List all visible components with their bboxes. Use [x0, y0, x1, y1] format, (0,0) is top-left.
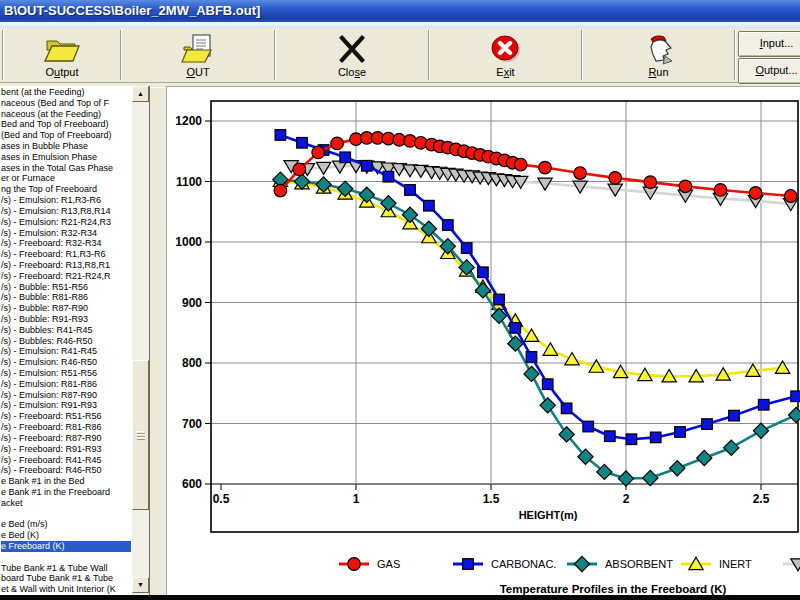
list-item[interactable]: /s) - Emulsion: R87-R90: [1, 390, 131, 401]
svg-text:800: 800: [182, 356, 202, 370]
toolbar-separator: [581, 30, 583, 80]
title-bar: B\OUT-SUCCESS\Boiler_2MW_ABFB.out]: [0, 0, 800, 22]
list-item[interactable]: /s) - Freeboard: R91-R93: [1, 444, 131, 455]
list-item[interactable]: Tube Bank #1 & Tube Wall: [1, 563, 131, 574]
svg-text:2: 2: [623, 492, 630, 506]
list-item[interactable]: /s) - Bubble: R91-R93: [1, 314, 131, 325]
scroll-up-button[interactable]: ▲: [132, 86, 149, 102]
window-title: B\OUT-SUCCESS\Boiler_2MW_ABFB.out]: [4, 3, 260, 18]
toolbar: OutputOUTCloseExitRun: [0, 28, 800, 82]
scrollbar-thumb[interactable]: [132, 360, 149, 510]
toolbar-button-out[interactable]: OUT: [124, 30, 272, 80]
list-item[interactable]: /s) - Emulsion: R1,R3-R6: [1, 195, 131, 206]
svg-text:900: 900: [182, 296, 202, 310]
svg-text:CARBONAC.: CARBONAC.: [491, 558, 556, 570]
screen-bottom-edge: [0, 595, 800, 600]
list-item[interactable]: e Bank #1 in the Freeboard: [1, 487, 131, 498]
close-x-icon: [337, 32, 367, 66]
list-item[interactable]: ases in the Total Gas Phase: [1, 163, 131, 174]
scrollbar-grip: [137, 437, 145, 440]
svg-text:2.5: 2.5: [753, 492, 770, 506]
toolbar-button-run[interactable]: Run: [585, 30, 732, 80]
list-item[interactable]: Bed and Top of Freeboard): [1, 119, 131, 130]
svg-text:GAS: GAS: [377, 558, 400, 570]
list-item[interactable]: /s) - Emulsion: R21-R24,R3: [1, 217, 131, 228]
svg-text:INERT: INERT: [719, 558, 752, 570]
list-item[interactable]: e Bank #1 in the Bed: [1, 476, 131, 487]
list-item[interactable]: naceous (at the Feeding): [1, 109, 131, 120]
svg-text:HEIGHT(m): HEIGHT(m): [519, 509, 578, 521]
svg-text:1.5: 1.5: [483, 492, 500, 506]
list-item[interactable]: /s) - Freeboard: R1,R3-R6: [1, 249, 131, 260]
toolbar-separator: [734, 30, 736, 80]
list-item[interactable]: /s) - Freeboard: R81-R86: [1, 422, 131, 433]
toolbar-separator: [120, 30, 122, 80]
list-item[interactable]: /s) - Emulsion: R81-R86: [1, 379, 131, 390]
output-variable-list[interactable]: bent (at the Feeding)naceous (Bed and To…: [0, 86, 150, 595]
list-item[interactable]: /s) - Bubbles: R41-R45: [1, 325, 131, 336]
list-item[interactable]: /s) - Freeboard: R13,R8,R1: [1, 260, 131, 271]
list-item[interactable]: /s) - Freeboard: R41-R45: [1, 455, 131, 466]
exit-icon: [488, 32, 524, 66]
svg-text:0.5: 0.5: [213, 492, 230, 506]
list-item[interactable]: /s) - Bubble: R81-R86: [1, 292, 131, 303]
list-scrollbar[interactable]: ▲ ▼: [132, 86, 149, 595]
list-item[interactable]: /s) - Freeboard: R32-R34: [1, 238, 131, 249]
toolbar-button-label: Close: [338, 66, 366, 78]
folder-document-icon: [179, 32, 217, 66]
list-item[interactable]: e Bed (K): [1, 530, 131, 541]
svg-text:1000: 1000: [175, 235, 202, 249]
svg-text:Temperature Profiles in the Fr: Temperature Profiles in the Freeboard (K…: [500, 583, 727, 595]
list-item[interactable]: /s) - Emulsion: R13,R8,R14: [1, 206, 131, 217]
list-item[interactable]: (Bed and Top of Freeboard): [1, 130, 131, 141]
input-side-button[interactable]: Input...: [738, 31, 800, 57]
list-item[interactable]: board Tube Bank #1 & Tube: [1, 573, 131, 584]
toolbar-button-label: OUT: [186, 66, 209, 78]
toolbar-button-label: Run: [648, 66, 668, 78]
list-item[interactable]: /s) - Freeboard: R21-R24,R: [1, 271, 131, 282]
output-side-button[interactable]: Output...: [738, 58, 800, 84]
svg-text:700: 700: [182, 417, 202, 431]
run-hand-icon: [641, 32, 677, 66]
list-item[interactable]: bent (at the Feeding): [1, 87, 131, 98]
list-item[interactable]: er or Furnace: [1, 173, 131, 184]
list-item[interactable]: naceous (Bed and Top of F: [1, 98, 131, 109]
toolbar-button-exit[interactable]: Exit: [432, 30, 579, 80]
list-item[interactable]: /s) - Emulsion: R91-R93: [1, 400, 131, 411]
list-item[interactable]: /s) - Bubble: R87-R90: [1, 303, 131, 314]
svg-text:600: 600: [182, 477, 202, 491]
toolbar-separator: [2, 30, 4, 80]
toolbar-separator: [428, 30, 430, 80]
list-item[interactable]: /s) - Bubble: R51-R56: [1, 282, 131, 293]
list-item[interactable]: /s) - Bubbles: R46-R50: [1, 336, 131, 347]
list-item[interactable]: /s) - Emulsion: R51-R56: [1, 368, 131, 379]
toolbar-button-label: Output: [45, 66, 78, 78]
list-item[interactable]: /s) - Emulsion: R41-R45: [1, 346, 131, 357]
list-item[interactable]: e Bed (m/s): [1, 519, 131, 530]
chart-panel: 6007008009001000110012000.511.522.5HEIGH…: [166, 86, 800, 596]
toolbar-separator: [274, 30, 276, 80]
toolbar-button-output[interactable]: Output: [6, 30, 118, 80]
scroll-down-button[interactable]: ▼: [132, 577, 149, 593]
svg-text:1100: 1100: [176, 175, 202, 189]
svg-text:1200: 1200: [175, 114, 202, 128]
application-window: B\OUT-SUCCESS\Boiler_2MW_ABFB.out] Outpu…: [0, 0, 800, 600]
list-item[interactable]: [1, 552, 131, 563]
list-item[interactable]: /s) - Emulsion: R32-R34: [1, 228, 131, 239]
toolbar-button-label: Exit: [496, 66, 514, 78]
list-item[interactable]: /s) - Emulsion: R46-R50: [1, 357, 131, 368]
open-folder-icon: [43, 32, 81, 66]
list-item[interactable]: ng the Top of Freeboard: [1, 184, 131, 195]
list-item[interactable]: et & Wall with Unit Interior (K: [1, 584, 131, 595]
list-item[interactable]: ases in Emulsion Phase: [1, 152, 131, 163]
list-item[interactable]: [1, 509, 131, 520]
toolbar-button-close[interactable]: Close: [278, 30, 426, 80]
list-item[interactable]: ases in Bubble Phase: [1, 141, 131, 152]
temperature-chart: 6007008009001000110012000.511.522.5HEIGH…: [167, 87, 800, 596]
list-item[interactable]: /s) - Freeboard: R46-R50: [1, 465, 131, 476]
svg-text:1: 1: [353, 492, 360, 506]
list-item[interactable]: acket: [1, 498, 131, 509]
list-item[interactable]: /s) - Freeboard: R87-R90: [1, 433, 131, 444]
list-item-selected[interactable]: e Freeboard (K): [1, 541, 131, 552]
list-item[interactable]: /s) - Freeboard: R51-R56: [1, 411, 131, 422]
